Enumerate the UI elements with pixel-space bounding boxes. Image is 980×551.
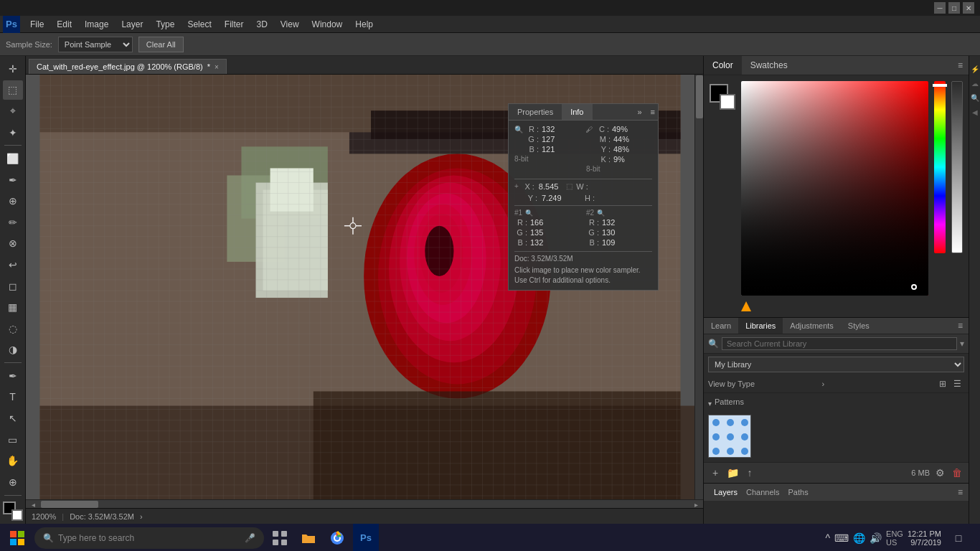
move-tool[interactable]: ✛ [3,59,23,79]
list-view-button[interactable]: ☰ [950,377,964,391]
menu-help[interactable]: Help [349,18,379,31]
delete-button[interactable]: 🗑 [950,466,964,480]
eraser-tool[interactable]: ◻ [3,276,23,296]
patterns-collapse-arrow[interactable]: ▾ [708,400,712,408]
lib-menu-button[interactable]: ≡ [952,318,969,334]
pen-tool[interactable]: ✒ [3,366,23,386]
sample-size-select[interactable]: Point Sample 3 by 3 Average 5 by 5 Avera… [58,37,133,52]
taskbar-search-box[interactable]: 🔍 Type here to search 🎤 [34,527,264,549]
learn-tab[interactable]: Learn [704,318,738,334]
swatches-tab[interactable]: Swatches [742,56,796,75]
layers-tab[interactable]: Layers [710,486,742,498]
color-gradient-picker[interactable] [741,81,928,296]
lang-label[interactable]: ENGUS [886,529,903,547]
create-folder-button[interactable]: 📁 [725,466,740,480]
info-tab[interactable]: Info [562,104,592,120]
view-chevron[interactable]: › [822,380,936,388]
foreground-background-colors[interactable] [3,501,23,522]
status-arrow[interactable]: › [140,512,143,521]
panel-icons-1[interactable]: ⚡ [969,62,981,76]
menu-edit[interactable]: Edit [51,18,77,31]
file-explorer-taskbar[interactable] [296,524,321,551]
photoshop-taskbar[interactable]: Ps [353,524,379,551]
dodge-tool[interactable]: ◑ [3,340,23,360]
layers-menu-button[interactable]: ≡ [958,487,963,497]
settings-button[interactable]: ⚙ [933,466,947,480]
gamut-warning-icon[interactable] [741,301,751,311]
view-by-type-label[interactable]: View by Type [708,380,822,388]
pattern-item-1[interactable] [708,415,751,458]
clone-stamp-tool[interactable]: ⊗ [3,234,23,254]
background-color[interactable] [11,509,23,521]
canvas-inner[interactable]: Properties Info » ≡ 🔍 R : 132 [26,75,694,499]
bg-swatch[interactable] [720,94,735,110]
browser-taskbar[interactable] [324,524,350,551]
channels-tab[interactable]: Channels [742,486,783,498]
info-more-button[interactable]: » [631,104,647,120]
menu-window[interactable]: Window [306,18,349,31]
color-swatches-container[interactable] [710,84,735,110]
zoom-tool[interactable]: ⊕ [3,472,23,492]
menu-layer[interactable]: Layer [116,18,149,31]
vertical-scrollbar[interactable] [694,75,703,499]
grid-view-button[interactable]: ⊞ [936,377,950,391]
document-tab[interactable]: Cat_with_red-eye_effect.jpg @ 1200% (RGB… [29,59,227,74]
lib-search-input[interactable] [722,337,957,350]
menu-select[interactable]: Select [182,18,217,31]
mic-icon[interactable]: 🎤 [245,533,255,543]
styles-tab[interactable]: Styles [841,318,877,334]
horizontal-scrollbar[interactable]: ◂ ▸ [26,499,703,508]
color-tab[interactable]: Color [704,56,742,75]
taskview-button[interactable] [267,524,293,551]
menu-view[interactable]: View [275,18,305,31]
properties-tab[interactable]: Properties [509,104,562,120]
clear-all-button[interactable]: Clear All [138,37,184,52]
start-button[interactable] [3,524,32,551]
hand-tool[interactable]: ✋ [3,451,23,471]
menu-image[interactable]: Image [79,18,114,31]
hscroll-thumb[interactable] [41,501,98,508]
paths-tab[interactable]: Paths [784,486,813,498]
library-select[interactable]: My Library [708,357,964,372]
lasso-tool[interactable]: ⌖ [3,101,23,121]
upload-button[interactable]: ↑ [743,466,757,480]
tab-close-button[interactable]: × [215,63,219,71]
adjustments-tab[interactable]: Adjustments [783,318,841,334]
vscroll-thumb[interactable] [696,75,703,118]
menu-file[interactable]: File [24,18,50,31]
add-library-item-button[interactable]: + [708,466,722,480]
menu-type[interactable]: Type [150,18,180,31]
crop-tool[interactable]: ⬜ [3,149,23,169]
magic-wand-tool[interactable]: ✦ [3,123,23,143]
network-icon[interactable]: 🌐 [853,532,865,544]
eyedropper-tool[interactable]: ✒ [3,170,23,190]
color-hue-slider[interactable] [934,81,946,253]
libraries-tab[interactable]: Libraries [738,318,783,334]
minimize-button[interactable]: ─ [934,2,946,14]
info-menu-button[interactable]: ≡ [648,104,658,120]
opacity-slider[interactable] [951,81,963,253]
spot-heal-tool[interactable]: ⊕ [3,191,23,211]
volume-icon[interactable]: 🔊 [870,532,882,544]
type-tool[interactable]: T [3,387,23,408]
history-brush-tool[interactable]: ↩ [3,255,23,275]
selection-tool[interactable]: ⬚ [3,80,23,100]
search-dropdown-chevron[interactable]: ▾ [960,339,964,349]
close-button[interactable]: ✕ [963,2,974,14]
notification-button[interactable]: □ [946,524,971,551]
path-select-tool[interactable]: ↖ [3,408,23,428]
menu-3d[interactable]: 3D [250,18,273,31]
chevron-up-tray-icon[interactable]: ^ [825,532,830,544]
panel-icons-2[interactable]: ☁ [969,76,981,90]
shape-tool[interactable]: ▭ [3,430,23,450]
keyboard-icon[interactable]: ⌨ [834,532,849,544]
panel-icons-3[interactable]: 🔍 [969,90,981,105]
color-menu-button[interactable]: ≡ [952,57,969,73]
gradient-tool[interactable]: ▦ [3,297,23,317]
panel-icons-4[interactable]: ◀ [969,105,981,119]
menu-filter[interactable]: Filter [219,18,250,31]
system-clock[interactable]: 12:21 PM 9/7/2019 [908,529,941,547]
maximize-button[interactable]: □ [948,2,960,14]
blur-tool[interactable]: ◌ [3,319,23,339]
brush-tool[interactable]: ✏ [3,212,23,232]
